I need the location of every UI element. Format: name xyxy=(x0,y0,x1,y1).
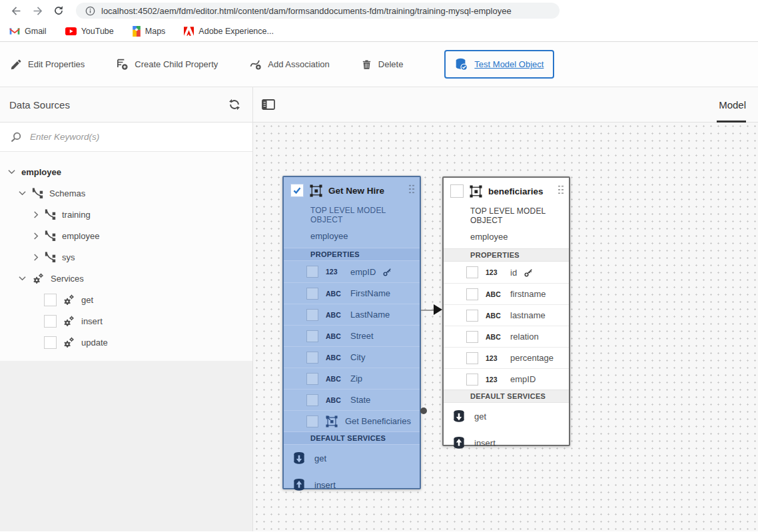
tree-item-employee-schema[interactable]: employee xyxy=(0,225,252,246)
property-checkbox[interactable] xyxy=(306,415,318,427)
property-checkbox[interactable] xyxy=(466,331,478,343)
service-checkbox[interactable] xyxy=(44,315,57,328)
button-label: Create Child Property xyxy=(135,59,218,69)
database-check-icon xyxy=(455,58,468,71)
refresh-icon[interactable] xyxy=(228,99,240,111)
property-checkbox[interactable] xyxy=(306,309,318,321)
property-row[interactable]: ABC FirstName xyxy=(284,282,420,304)
property-checkbox[interactable] xyxy=(466,288,478,300)
property-row[interactable]: 123 percentage xyxy=(444,347,569,368)
tree-item-service-get[interactable]: get xyxy=(0,289,252,310)
property-checkbox[interactable] xyxy=(466,352,478,364)
card-checkbox[interactable] xyxy=(450,184,464,198)
tree-item-schemas[interactable]: Schemas xyxy=(0,182,252,204)
bookmark-youtube[interactable]: YouTube xyxy=(65,27,114,36)
model-card-beneficiaries[interactable]: beneficiaries TOP LEVEL MODEL OBJECT emp… xyxy=(442,176,570,446)
delete-button[interactable]: Delete xyxy=(362,59,404,70)
search-input[interactable] xyxy=(30,132,230,142)
model-card-get-new-hire[interactable]: Get New Hire TOP LEVEL MODEL OBJECT empl… xyxy=(282,176,421,489)
chevron-right-icon[interactable] xyxy=(33,232,39,240)
bookmark-maps[interactable]: Maps xyxy=(133,26,166,37)
back-button[interactable] xyxy=(5,1,27,20)
property-checkbox[interactable] xyxy=(306,373,318,385)
service-checkbox[interactable] xyxy=(44,294,57,306)
reload-button[interactable] xyxy=(48,1,69,20)
panel-toggle-icon[interactable] xyxy=(262,99,275,110)
card-type-label: TOP LEVEL MODEL OBJECT xyxy=(284,206,420,224)
tree-item-training[interactable]: training xyxy=(0,204,252,225)
forward-button[interactable] xyxy=(27,1,48,20)
property-checkbox[interactable] xyxy=(466,266,478,278)
tree-item-service-insert[interactable]: insert xyxy=(0,310,252,332)
chevron-down-icon[interactable] xyxy=(19,190,26,196)
tree-item-sys[interactable]: sys xyxy=(0,246,252,268)
edit-properties-button[interactable]: Edit Properties xyxy=(11,59,85,70)
association-icon xyxy=(250,59,261,70)
trash-icon xyxy=(362,59,372,70)
property-row[interactable]: 123 empID xyxy=(284,261,420,282)
property-row[interactable]: ABC relation xyxy=(444,326,569,347)
gears-icon xyxy=(63,315,75,328)
drag-grip[interactable] xyxy=(558,184,564,195)
chevron-down-icon[interactable] xyxy=(19,276,26,281)
property-row[interactable]: ABC City xyxy=(284,346,420,368)
tab-model[interactable]: Model xyxy=(719,87,746,122)
info-icon[interactable] xyxy=(85,6,95,16)
create-child-property-button[interactable]: Create Child Property xyxy=(117,59,218,70)
property-row[interactable]: ABC firstname xyxy=(444,283,569,304)
property-checkbox[interactable] xyxy=(306,394,318,406)
card-header: beneficiaries xyxy=(444,178,569,204)
card-header: Get New Hire xyxy=(284,177,420,204)
connection-port-dot xyxy=(420,407,427,414)
drag-grip[interactable] xyxy=(408,184,415,194)
property-row[interactable]: 123 empID xyxy=(444,368,569,390)
service-checkbox[interactable] xyxy=(44,336,57,349)
property-row[interactable]: ABC lastname xyxy=(444,304,569,326)
property-row[interactable]: ABC Street xyxy=(284,325,420,346)
card-checkbox[interactable] xyxy=(290,184,304,197)
test-model-object-button[interactable]: Test Model Object xyxy=(444,50,554,79)
property-row[interactable]: Get Beneficiaries xyxy=(284,410,420,431)
tree-item-label: Schemas xyxy=(49,188,85,198)
gmail-icon xyxy=(9,27,20,35)
property-type: 123 xyxy=(486,376,503,384)
bookmark-label: Gmail xyxy=(25,27,47,36)
services-header: DEFAULT SERVICES xyxy=(284,431,420,445)
tree-item-service-update[interactable]: update xyxy=(0,332,252,353)
property-name: empID xyxy=(510,374,536,384)
service-name: get xyxy=(314,453,326,463)
service-name: insert xyxy=(314,480,336,490)
button-label: Test Model Object xyxy=(474,59,544,69)
bookmark-adobe-experience[interactable]: Adobe Experience... xyxy=(184,27,274,36)
property-checkbox[interactable] xyxy=(466,374,478,386)
property-row[interactable]: 123 id xyxy=(444,262,569,283)
address-bar[interactable]: localhost:4502/aem/fdm/editor.html/conte… xyxy=(76,3,560,19)
bookmark-label: YouTube xyxy=(81,27,114,36)
tree-item-services[interactable]: Services xyxy=(0,268,252,289)
property-checkbox[interactable] xyxy=(466,310,478,322)
service-row: get xyxy=(284,445,420,471)
property-checkbox[interactable] xyxy=(306,288,318,300)
model-canvas[interactable]: Get New Hire TOP LEVEL MODEL OBJECT empl… xyxy=(253,123,758,531)
chevron-right-icon[interactable] xyxy=(33,211,39,218)
bookmark-gmail[interactable]: Gmail xyxy=(9,27,47,36)
property-row[interactable]: ABC State xyxy=(284,389,420,410)
property-type: ABC xyxy=(326,375,343,383)
property-checkbox[interactable] xyxy=(306,266,318,278)
chevron-right-icon[interactable] xyxy=(33,254,39,261)
property-row[interactable]: ABC LastName xyxy=(284,304,420,325)
property-checkbox[interactable] xyxy=(306,352,318,364)
property-type: ABC xyxy=(486,290,503,298)
db-get-icon xyxy=(292,451,306,465)
tree-item-employee[interactable]: employee xyxy=(0,161,252,182)
property-name: empID xyxy=(350,267,376,277)
card-title: beneficiaries xyxy=(488,186,544,196)
chevron-down-icon[interactable] xyxy=(8,169,15,174)
property-type: ABC xyxy=(326,332,343,340)
db-get-icon xyxy=(452,409,466,423)
property-row[interactable]: ABC Zip xyxy=(284,368,420,389)
add-association-button[interactable]: Add Association xyxy=(250,59,330,70)
tree-item-label: training xyxy=(62,210,91,220)
property-checkbox[interactable] xyxy=(306,330,318,342)
property-name: Street xyxy=(350,331,374,341)
